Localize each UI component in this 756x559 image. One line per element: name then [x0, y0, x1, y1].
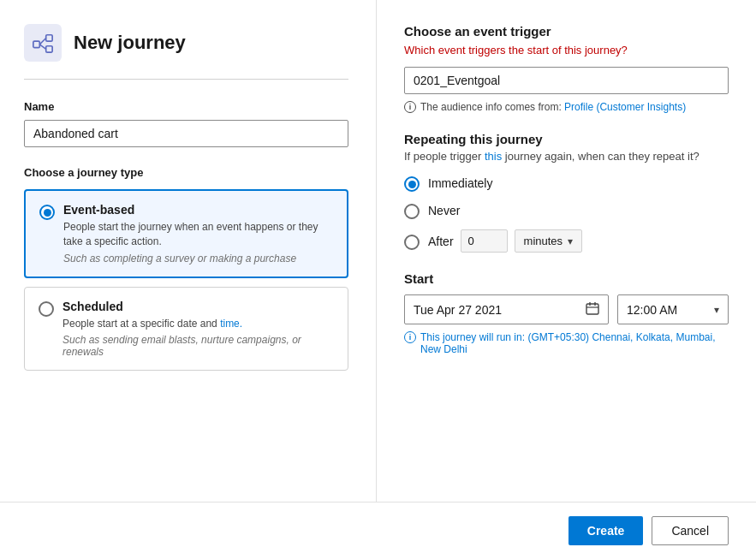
time-chevron-icon: ▾	[714, 304, 719, 316]
cancel-button[interactable]: Cancel	[652, 516, 729, 545]
never-radio[interactable]	[404, 204, 420, 219]
repeating-this: this	[485, 150, 502, 163]
svg-line-3	[39, 38, 45, 44]
calendar-icon	[586, 301, 599, 318]
time-value: 12:00 AM	[627, 303, 677, 317]
svg-rect-2	[46, 46, 52, 52]
repeat-immediately-option[interactable]: Immediately	[404, 175, 729, 192]
audience-link[interactable]: Profile (Customer Insights)	[564, 101, 686, 113]
left-panel: New journey Name Choose a journey type E…	[0, 0, 377, 502]
name-label: Name	[24, 100, 348, 113]
svg-rect-1	[46, 35, 52, 41]
after-radio[interactable]	[404, 235, 420, 250]
timezone-info-icon: i	[404, 331, 416, 343]
start-label: Start	[404, 271, 729, 286]
immediately-label: Immediately	[428, 176, 492, 190]
scheduled-radio[interactable]	[39, 301, 54, 317]
repeat-never-option[interactable]: Never	[404, 202, 729, 219]
right-panel: Choose an event trigger Which event trig…	[377, 0, 756, 502]
svg-rect-5	[586, 304, 598, 314]
event-based-content: Event-based People start the journey whe…	[63, 203, 333, 265]
event-based-option[interactable]: Event-based People start the journey whe…	[24, 189, 348, 278]
event-based-radio[interactable]	[39, 205, 55, 220]
start-section: Start Tue Apr 27 2021	[404, 271, 729, 355]
chevron-down-icon: ▾	[568, 235, 573, 247]
event-trigger-subtitle: Which event triggers the start of this j…	[404, 44, 729, 56]
dialog-footer: Create Cancel	[0, 502, 756, 559]
event-trigger-title: Choose an event trigger	[404, 24, 729, 39]
date-time-row: Tue Apr 27 2021 12:00 AM ▾	[404, 294, 729, 324]
event-based-title: Event-based	[63, 203, 333, 217]
journey-icon	[32, 32, 54, 54]
scheduled-title: Scheduled	[63, 300, 334, 313]
name-input[interactable]	[24, 120, 348, 147]
create-button[interactable]: Create	[568, 516, 644, 545]
date-value: Tue Apr 27 2021	[414, 303, 502, 317]
svg-rect-0	[33, 41, 39, 47]
event-trigger-input[interactable]	[404, 67, 729, 94]
journey-type-label: Choose a journey type	[24, 166, 348, 179]
date-picker[interactable]: Tue Apr 27 2021	[404, 294, 609, 324]
scheduled-example: Such as sending email blasts, nurture ca…	[63, 334, 334, 358]
audience-info-text: The audience info comes from: Profile (C…	[420, 101, 686, 113]
after-row: After minutes ▾	[428, 229, 582, 253]
timezone-info-text: This journey will run in: (GMT+05:30) Ch…	[420, 331, 729, 355]
scheduled-desc: People start at a specific date and time…	[63, 317, 334, 331]
page-title: New journey	[74, 32, 186, 54]
minutes-dropdown[interactable]: minutes ▾	[515, 229, 583, 253]
info-icon: i	[404, 101, 416, 113]
scheduled-desc-blue: time.	[220, 318, 242, 330]
svg-line-4	[39, 45, 45, 50]
audience-info-row: i The audience info comes from: Profile …	[404, 101, 729, 113]
header-row: New journey	[24, 24, 348, 62]
immediately-radio[interactable]	[404, 176, 420, 192]
new-journey-dialog: New journey Name Choose a journey type E…	[0, 0, 756, 559]
timezone-info-row: i This journey will run in: (GMT+05:30) …	[404, 331, 729, 355]
repeat-after-option[interactable]: After minutes ▾	[404, 229, 729, 253]
repeating-subtitle: If people trigger this journey again, wh…	[404, 150, 729, 163]
after-value-input[interactable]	[461, 229, 508, 253]
journey-icon-box	[24, 24, 62, 62]
scheduled-content: Scheduled People start at a specific dat…	[63, 300, 334, 359]
header-divider	[24, 79, 348, 80]
repeating-title: Repeating this journey	[404, 132, 729, 146]
event-based-example: Such as completing a survey or making a …	[63, 253, 333, 265]
time-picker[interactable]: 12:00 AM ▾	[617, 294, 729, 324]
never-label: Never	[428, 204, 460, 217]
scheduled-option[interactable]: Scheduled People start at a specific dat…	[24, 287, 348, 372]
minutes-label: minutes	[524, 235, 563, 247]
after-label: After	[428, 235, 454, 248]
event-based-desc: People start the journey when an event h…	[63, 220, 333, 249]
